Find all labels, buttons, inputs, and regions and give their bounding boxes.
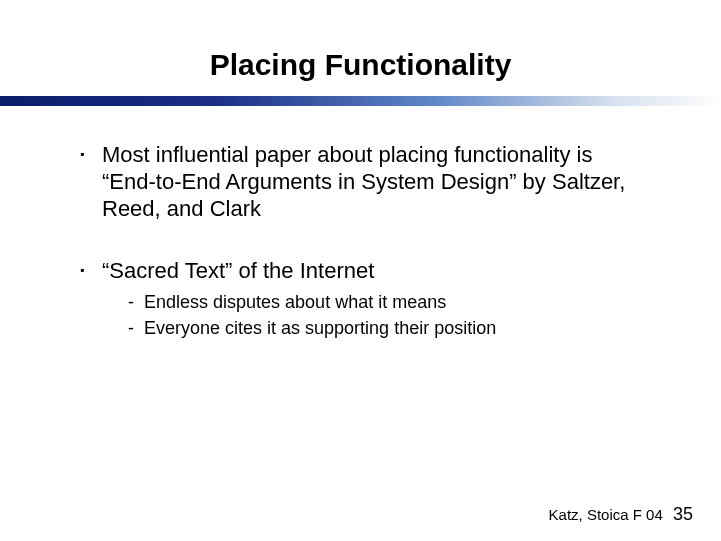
sub-bullet-list: - Endless disputes about what it means -… xyxy=(128,291,651,340)
sub-bullet-text: Everyone cites it as supporting their po… xyxy=(144,317,496,340)
bullet-marker-icon: ▪ xyxy=(80,142,102,166)
bullet-text: “Sacred Text” of the Internet xyxy=(102,258,374,285)
sub-bullet-item: - Endless disputes about what it means xyxy=(128,291,651,314)
bullet-text: Most influential paper about placing fun… xyxy=(102,142,651,222)
bullet-item: ▪ Most influential paper about placing f… xyxy=(80,142,651,222)
sub-bullet-marker-icon: - xyxy=(128,317,144,340)
footer-credit: Katz, Stoica F 04 xyxy=(549,506,663,523)
slide-title: Placing Functionality xyxy=(0,48,721,82)
slide-footer: Katz, Stoica F 04 35 xyxy=(549,504,693,525)
sub-bullet-item: - Everyone cites it as supporting their … xyxy=(128,317,651,340)
slide: Placing Functionality ▪ Most influential… xyxy=(0,0,721,541)
title-divider-bar xyxy=(0,96,721,106)
page-number: 35 xyxy=(673,504,693,524)
slide-content: ▪ Most influential paper about placing f… xyxy=(0,106,721,340)
bullet-marker-icon: ▪ xyxy=(80,258,102,282)
sub-bullet-text: Endless disputes about what it means xyxy=(144,291,446,314)
sub-bullet-marker-icon: - xyxy=(128,291,144,314)
bullet-item: ▪ “Sacred Text” of the Internet xyxy=(80,258,651,285)
